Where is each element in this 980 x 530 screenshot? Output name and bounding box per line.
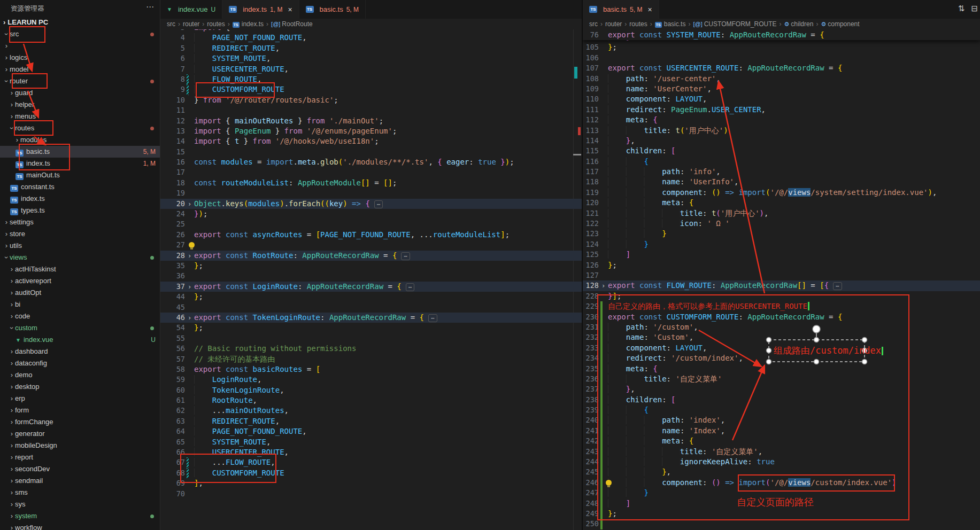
tree-item-code[interactable]: ›code [0, 310, 160, 322]
code-line-107[interactable]: 107export const USERCENTER_ROUTE: AppRou… [583, 63, 980, 73]
code-line-4[interactable]: 4 PAGE_NOT_FOUND_ROUTE, [160, 33, 582, 43]
tree-item-sys[interactable]: ›sys [0, 498, 160, 510]
explorer-root-folder[interactable]: ›LEARUN PC [0, 17, 160, 28]
folded-code-ellipsis[interactable]: ⋯ [401, 252, 410, 260]
code-line-239[interactable]: 239 { [583, 405, 980, 415]
code-line-125[interactable]: 125 ] [583, 250, 980, 260]
folded-code-ellipsis[interactable]: ⋯ [428, 314, 437, 322]
breadcrumb-item[interactable]: routes [629, 20, 647, 28]
tree-item-dataconfig[interactable]: ›dataconfig [0, 357, 160, 369]
lightbulb-icon[interactable] [189, 242, 195, 248]
code-line-232[interactable]: 232 name: 'Custom', [583, 332, 980, 342]
code-line-63[interactable]: 63 REDIRECT_ROUTE, [160, 416, 582, 426]
code-line-61[interactable]: 61 RootRoute, [160, 395, 582, 406]
tree-item-sms[interactable]: ›sms [0, 487, 160, 498]
code-line-235[interactable]: 235 meta: { [583, 364, 980, 374]
code-line-249[interactable]: 249}; [583, 509, 980, 519]
code-line-109[interactable]: 109 name: 'UserCenter', [583, 84, 980, 94]
tree-item-secondDev[interactable]: ›secondDev [0, 463, 160, 475]
tree-item-desktop[interactable]: ›desktop [0, 381, 160, 393]
code-line-28[interactable]: 28›export const RootRoute: AppRouteRecor… [160, 251, 582, 261]
tree-item-basic.ts[interactable]: TSbasic.ts5, M [0, 146, 160, 158]
code-line-20[interactable]: 20›Object.keys(modules).forEach((key) =>… [160, 199, 582, 209]
code-line-123[interactable]: 123 } [583, 229, 980, 239]
code-line-5[interactable]: 5 REDIRECT_ROUTE, [160, 43, 582, 53]
tree-item-bi[interactable]: ›bi [0, 299, 160, 310]
code-line-19[interactable]: 19 [160, 188, 582, 198]
code-line-76[interactable]: 76export const SYSTEM_ROUTE: AppRouteRec… [583, 29, 980, 40]
code-line-24[interactable]: 24}); [160, 209, 582, 219]
code-line-18[interactable]: 18const routeModuleList: AppRouteModule[… [160, 178, 582, 188]
code-line-246[interactable]: 246 component: () => import('/@/views/cu… [583, 478, 980, 488]
code-line-35[interactable]: 35}; [160, 261, 582, 271]
folded-code-ellipsis[interactable]: ⋯ [833, 282, 842, 290]
code-editor-basic-ts[interactable]: 104 }105};106107export const USERCENTER_… [583, 32, 980, 529]
close-icon[interactable]: × [647, 5, 652, 14]
tree-item-generator[interactable]: ›generator [0, 428, 160, 440]
fold-collapsed-icon[interactable]: › [185, 251, 194, 261]
code-line-16[interactable]: 16const modules = import.meta.glob('./mo… [160, 157, 582, 167]
folded-code-ellipsis[interactable]: ⋯ [406, 283, 415, 291]
breadcrumb-item[interactable]: CUSTOMFORM_ROUTE [704, 20, 777, 28]
code-line-9[interactable]: 9 CUSTOMFORM_ROUTE [160, 84, 582, 95]
code-line-250[interactable]: 250 [583, 519, 980, 529]
code-line-27[interactable]: 27 [160, 240, 582, 250]
folded-code-ellipsis[interactable]: ⋯ [374, 200, 383, 208]
code-line-124[interactable]: 124 } [583, 239, 980, 250]
code-line-233[interactable]: 233 component: LAYOUT, [583, 343, 980, 353]
layout-panel-icon[interactable]: ⊟ [971, 4, 978, 13]
tab-basic.ts[interactable]: TSbasic.ts5, M [299, 0, 366, 19]
breadcrumb-item[interactable]: src [167, 20, 175, 28]
code-line-240[interactable]: 240 path: 'index', [583, 415, 980, 425]
code-line-56[interactable]: 56// Basic routing without permissions [160, 344, 582, 354]
code-line-59[interactable]: 59 LoginRoute, [160, 375, 582, 385]
tree-item-views[interactable]: ›views [0, 252, 160, 263]
tree-item-helper[interactable]: ›helper [0, 99, 160, 111]
code-line-67[interactable]: 67 ...FLOW_ROUTE, [160, 457, 582, 467]
code-line-13[interactable]: 13import { PageEnum } from '/@/enums/pag… [160, 126, 582, 136]
code-line-25[interactable]: 25 [160, 219, 582, 229]
code-line-8[interactable]: 8 FLOW_ROUTE, [160, 74, 582, 84]
code-line-55[interactable]: 55 [160, 333, 582, 344]
code-line-119[interactable]: 119 component: () => import('/@/views/sy… [583, 188, 980, 198]
tree-item-routes[interactable]: ›routes [0, 122, 160, 134]
breadcrumb-item[interactable]: component [828, 20, 859, 28]
code-line-64[interactable]: 64 PAGE_NOT_FOUND_ROUTE, [160, 426, 582, 437]
tree-item-actHiTaskinst[interactable]: ›actHiTaskinst [0, 263, 160, 275]
code-line-36[interactable]: 36 [160, 271, 582, 281]
breadcrumb-item[interactable]: src [589, 20, 598, 28]
code-line-230[interactable]: 230export const CUSTOMFORM_ROUTE: AppRou… [583, 312, 980, 322]
code-line-45[interactable]: 45 [160, 302, 582, 313]
code-line-110[interactable]: 110 component: LAYOUT, [583, 94, 980, 104]
tree-item-sendmail[interactable]: ›sendmail [0, 475, 160, 487]
tree-item-model[interactable]: ›model [0, 64, 160, 75]
tree-item-custom[interactable]: ›custom [0, 322, 160, 334]
code-line-108[interactable]: 108 path: '/user-center', [583, 74, 980, 84]
code-line-57[interactable]: 57// 未经许可的基本路由 [160, 354, 582, 364]
fold-collapsed-icon[interactable]: › [185, 199, 194, 209]
code-line-70[interactable]: 70 [160, 489, 582, 499]
code-line-37[interactable]: 37›export const LoginRoute: AppRouteReco… [160, 282, 582, 292]
code-line-228[interactable]: 228}]; [583, 291, 980, 301]
code-line-114[interactable]: 114 }, [583, 136, 980, 146]
tree-item-menus[interactable]: ›menus [0, 111, 160, 122]
compare-changes-icon[interactable]: ⇅ [958, 4, 965, 13]
breadcrumb-group-1[interactable]: src›router›routes›TSindex.ts›[@]RootRout… [160, 19, 582, 29]
tree-item-types.ts[interactable]: TStypes.ts [0, 205, 160, 216]
code-line-11[interactable]: 11 [160, 105, 582, 115]
breadcrumb-item[interactable]: routes [207, 20, 225, 28]
fold-collapsed-icon[interactable]: › [185, 282, 194, 292]
breadcrumb-item[interactable]: basic.ts [664, 20, 686, 28]
tab-basic.ts[interactable]: TSbasic.ts5, M× [583, 0, 659, 19]
tree-item-activereport[interactable]: ›activereport [0, 275, 160, 287]
breadcrumb-item[interactable]: router [183, 20, 199, 28]
code-line-242[interactable]: 242 meta: { [583, 436, 980, 446]
code-line-113[interactable]: 113 title: t('用户中心') [583, 126, 980, 136]
code-line-120[interactable]: 120 meta: { [583, 198, 980, 208]
tree-item-index.ts[interactable]: TSindex.ts1, M [0, 158, 160, 169]
tree-item-report[interactable]: ›report [0, 451, 160, 463]
code-line-241[interactable]: 241 name: 'Index', [583, 426, 980, 436]
breadcrumb-item[interactable]: router [605, 20, 622, 28]
code-line-118[interactable]: 118 name: 'UserInfo', [583, 177, 980, 187]
code-line-244[interactable]: 244 ignoreKeepAlive: true [583, 457, 980, 467]
